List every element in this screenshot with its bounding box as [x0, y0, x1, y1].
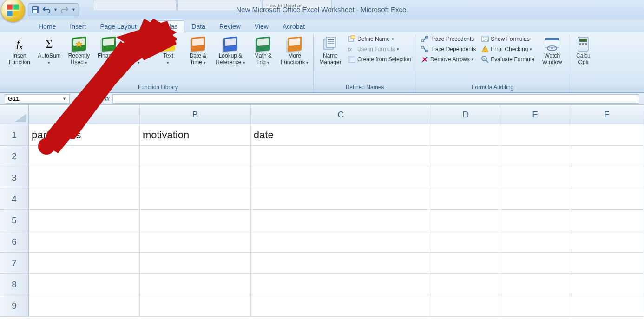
cell-A1[interactable]: participans: [29, 124, 140, 146]
more-functions-button[interactable]: MoreFunctions ▾: [279, 34, 310, 68]
row-header-9[interactable]: 9: [0, 295, 29, 317]
cell-B3[interactable]: [140, 167, 251, 188]
cell-D2[interactable]: [431, 146, 500, 167]
redo-button[interactable]: [60, 6, 69, 14]
cell-C6[interactable]: [251, 231, 431, 253]
cell-B8[interactable]: [140, 274, 251, 295]
trace-dependents-button[interactable]: Trace Dependents: [419, 45, 478, 54]
cell-A3[interactable]: [29, 167, 140, 188]
cell-C4[interactable]: [251, 188, 431, 210]
create-from-selection-button[interactable]: Create from Selection: [346, 55, 413, 64]
watch-window-button[interactable]: Watch Window: [538, 34, 566, 68]
cell-A6[interactable]: [29, 231, 140, 253]
row-header-1[interactable]: 1: [0, 124, 29, 146]
cell-E1[interactable]: [500, 124, 570, 146]
row-header-6[interactable]: 6: [0, 231, 29, 253]
text-button[interactable]: Text▾: [154, 34, 182, 68]
cell-A2[interactable]: [29, 146, 140, 167]
cell-C7[interactable]: [251, 253, 431, 274]
cell-C2[interactable]: [251, 146, 431, 167]
cell-B6[interactable]: [140, 231, 251, 253]
cell-E8[interactable]: [500, 274, 570, 295]
ribbon-tab-page-layout[interactable]: Page Layout: [93, 20, 144, 32]
cell-B7[interactable]: [140, 253, 251, 274]
insert-function-button[interactable]: fxInsertFunction: [6, 34, 33, 68]
cell-C5[interactable]: [251, 210, 431, 231]
cell-D8[interactable]: [431, 274, 500, 295]
cell-C9[interactable]: [251, 295, 431, 317]
financial-button[interactable]: Financial▾: [95, 34, 123, 68]
cell-D9[interactable]: [431, 295, 500, 317]
cell-A9[interactable]: [29, 295, 140, 317]
cell-E9[interactable]: [500, 295, 570, 317]
cell-D1[interactable]: [431, 124, 500, 146]
cell-F7[interactable]: [570, 253, 644, 274]
row-header-7[interactable]: 7: [0, 253, 29, 274]
select-all-corner[interactable]: [0, 105, 29, 124]
cell-D4[interactable]: [431, 188, 500, 210]
cell-E7[interactable]: [500, 253, 570, 274]
define-name-button[interactable]: Define Name ▾: [346, 34, 413, 44]
cell-D6[interactable]: [431, 231, 500, 253]
name-box[interactable]: G11 ▼: [5, 94, 70, 104]
cell-D5[interactable]: [431, 210, 500, 231]
remove-arrows-button[interactable]: Remove Arrows ▾: [419, 55, 478, 64]
cell-E6[interactable]: [500, 231, 570, 253]
calculation-options-button[interactable]: CalcuOpti: [572, 34, 594, 68]
ribbon-tab-formulas[interactable]: Formulas: [144, 20, 184, 32]
cell-F8[interactable]: [570, 274, 644, 295]
cell-F4[interactable]: [570, 188, 644, 210]
cell-B5[interactable]: [140, 210, 251, 231]
cell-E2[interactable]: [500, 146, 570, 167]
fx-icon[interactable]: fx: [102, 95, 112, 103]
column-header-F[interactable]: F: [570, 105, 644, 124]
undo-dropdown[interactable]: ▼: [53, 7, 58, 12]
cell-F5[interactable]: [570, 210, 644, 231]
ribbon-tab-home[interactable]: Home: [32, 20, 63, 32]
ribbon-tab-data[interactable]: Data: [184, 20, 212, 32]
cell-F2[interactable]: [570, 146, 644, 167]
cell-grid[interactable]: participansmotivationdate: [29, 124, 644, 317]
save-button[interactable]: [31, 6, 39, 14]
ribbon-tab-insert[interactable]: Insert: [63, 20, 93, 32]
row-header-2[interactable]: 2: [0, 146, 29, 167]
formula-bar[interactable]: [112, 94, 639, 104]
cell-A7[interactable]: [29, 253, 140, 274]
lookup-reference-button[interactable]: Lookup &Reference ▾: [214, 34, 247, 68]
column-header-E[interactable]: E: [500, 105, 570, 124]
recently-used-button[interactable]: RecentlyUsed ▾: [65, 34, 93, 68]
cell-B1[interactable]: motivation: [140, 124, 251, 146]
cell-B2[interactable]: [140, 146, 251, 167]
row-header-8[interactable]: 8: [0, 274, 29, 295]
column-header-D[interactable]: D: [431, 105, 500, 124]
ribbon-tab-view[interactable]: View: [248, 20, 276, 32]
column-header-C[interactable]: C: [251, 105, 431, 124]
cell-F6[interactable]: [570, 231, 644, 253]
cell-F3[interactable]: [570, 167, 644, 188]
cell-C8[interactable]: [251, 274, 431, 295]
cell-A5[interactable]: [29, 210, 140, 231]
column-header-A[interactable]: A: [29, 105, 140, 124]
cell-C3[interactable]: [251, 167, 431, 188]
qat-customize[interactable]: ▼: [72, 7, 76, 12]
undo-button[interactable]: [42, 6, 51, 14]
math-trig-button[interactable]: Math &Trig ▾: [249, 34, 277, 68]
evaluate-formula-button[interactable]: fxEvaluate Formula: [480, 55, 536, 64]
cell-A8[interactable]: [29, 274, 140, 295]
chevron-down-icon[interactable]: ▼: [62, 97, 66, 101]
autosum-button[interactable]: ΣAutoSum▾: [35, 34, 63, 68]
date-time-button[interactable]: Date &Time ▾: [184, 34, 212, 68]
cell-B9[interactable]: [140, 295, 251, 317]
cell-A4[interactable]: [29, 188, 140, 210]
trace-precedents-button[interactable]: Trace Precedents: [419, 34, 478, 44]
cell-F9[interactable]: [570, 295, 644, 317]
office-button[interactable]: [1, 0, 25, 22]
name-manager-button[interactable]: Name Manager: [316, 34, 344, 68]
row-header-5[interactable]: 5: [0, 210, 29, 231]
cell-E3[interactable]: [500, 167, 570, 188]
cell-D7[interactable]: [431, 253, 500, 274]
logical-button[interactable]: Logical▾: [125, 34, 152, 68]
cell-C1[interactable]: date: [251, 124, 431, 146]
error-checking-button[interactable]: !Error Checking ▾: [480, 45, 536, 54]
ribbon-tab-review[interactable]: Review: [212, 20, 248, 32]
